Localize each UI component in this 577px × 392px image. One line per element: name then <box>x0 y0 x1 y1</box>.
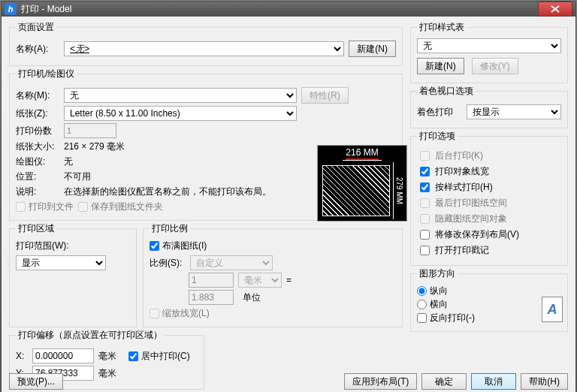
client-area: 页面设置 名称(A): <无> 新建(N) 打印机/绘图仪 名称(M): 无 <box>2 17 575 392</box>
pagesetup-name-label: 名称(A): <box>16 43 59 56</box>
scale-unit-select: 毫米 <box>238 273 282 288</box>
plotter-value: 无 <box>64 155 73 168</box>
desc-value: 在选择新的绘图仪配置名称之前，不能打印该布局。 <box>64 185 271 198</box>
preview-area: 279 MM <box>319 162 405 219</box>
scale-den-input <box>189 290 234 305</box>
style-table-group: 打印样式表 无 新建(N) 修改(Y) <box>410 21 568 83</box>
plotter-label: 绘图仪: <box>16 155 59 168</box>
print-area-group: 打印区域 打印范围(W): 显示 <box>9 222 137 327</box>
opt-stamp-checkbox[interactable]: 打开打印戳记 <box>417 243 561 258</box>
window-title: 打印 - Model <box>21 3 538 16</box>
pagesetup-new-button[interactable]: 新建(N) <box>349 41 396 57</box>
preview-redline <box>346 158 378 160</box>
paper-preview: 216 MM 279 MM <box>317 145 407 222</box>
offset-x-label: X: <box>16 351 28 361</box>
ok-button[interactable]: 确定 <box>421 373 467 390</box>
printer-name-label: 名称(M): <box>16 89 59 102</box>
style-table-select[interactable]: 无 <box>417 38 561 53</box>
equals-label: = <box>286 275 292 285</box>
center-print-checkbox[interactable]: 居中打印(C) <box>128 350 190 363</box>
paper-select[interactable]: Letter (8.50 x 11.00 Inches) <box>64 106 297 121</box>
location-value: 不可用 <box>64 170 91 183</box>
opt-lw-checkbox[interactable]: 打印对象线宽 <box>417 164 561 179</box>
print-scale-group: 打印比例 布满图纸(I) 比例(S): 自定义 毫米 = <box>143 222 403 327</box>
style-modify-button: 修改(Y) <box>472 58 518 74</box>
offset-x-unit: 毫米 <box>98 350 116 363</box>
close-button[interactable] <box>538 2 572 17</box>
apply-layout-button[interactable]: 应用到布局(T) <box>344 373 417 390</box>
paper-label: 纸张(Z): <box>16 107 59 120</box>
orientation-group: 图形方向 纵向 横向 反向打印(-) A <box>410 267 568 332</box>
print-options-legend: 打印选项 <box>417 130 458 143</box>
pagesetup-name-select[interactable]: <无> <box>64 41 344 56</box>
help-button[interactable]: 帮助(H) <box>521 373 568 390</box>
preview-height-label: 279 MM <box>393 162 405 219</box>
opt-save-layout-checkbox[interactable]: 将修改保存到布局(V) <box>417 228 561 242</box>
page-orientation-icon: A <box>542 297 563 322</box>
copies-label: 打印份数 <box>16 125 59 137</box>
shaded-group: 着色视口选项 着色打印 按显示 <box>410 85 568 128</box>
style-table-legend: 打印样式表 <box>417 21 467 34</box>
scale-num-input <box>189 273 234 288</box>
orient-landscape-radio[interactable]: 横向 <box>417 298 448 311</box>
cancel-button[interactable]: 取消 <box>471 373 516 390</box>
opt-style-checkbox[interactable]: 按样式打印(H) <box>417 180 561 194</box>
location-label: 位置: <box>16 170 59 183</box>
fit-paper-checkbox[interactable]: 布满图纸(I) <box>150 240 207 252</box>
printer-props-button: 特性(R) <box>301 87 349 104</box>
print-to-file-checkbox: 打印到文件 <box>16 201 74 213</box>
range-label: 打印范围(W): <box>16 240 130 252</box>
right-column: 打印样式表 无 新建(N) 修改(Y) 着色视口选项 着色打印 按显示 打印选项 <box>410 21 568 390</box>
preview-button[interactable]: 预览(P)... <box>9 373 63 390</box>
orientation-legend: 图形方向 <box>417 267 458 280</box>
style-new-button[interactable]: 新建(N) <box>417 58 464 74</box>
range-select[interactable]: 显示 <box>16 255 106 270</box>
opt-hide-checkbox: 隐藏图纸空间对象 <box>417 212 561 226</box>
print-scale-legend: 打印比例 <box>150 222 190 235</box>
orient-portrait-radio[interactable]: 纵向 <box>417 285 448 297</box>
titlebar: h 打印 - Model <box>2 2 575 17</box>
page-setup-legend: 页面设置 <box>16 21 56 34</box>
desc-label: 说明: <box>16 185 59 198</box>
close-icon <box>551 5 560 13</box>
papersize-value: 216 × 279 毫米 <box>64 140 125 153</box>
shaded-select[interactable]: 按显示 <box>467 104 561 119</box>
print-area-legend: 打印区域 <box>16 222 56 235</box>
save-to-sheet-checkbox: 保存到图纸文件夹 <box>78 201 163 213</box>
papersize-label: 纸张大小: <box>16 140 59 153</box>
ratio-select: 自定义 <box>190 255 273 270</box>
window-inner: h 打印 - Model 页面设置 名称(A): <无> 新建(N) <box>1 1 576 391</box>
preview-hatch <box>322 165 390 216</box>
opt-last-checkbox: 最后打印图纸空间 <box>417 196 561 210</box>
orient-reverse-checkbox[interactable]: 反向打印(-) <box>417 312 475 324</box>
preview-width-label: 216 MM <box>343 147 381 161</box>
page-setup-group: 页面设置 名称(A): <无> 新建(N) <box>9 21 403 66</box>
scale-den-unit: 单位 <box>238 291 282 304</box>
printer-name-select[interactable]: 无 <box>64 88 297 103</box>
ratio-label: 比例(S): <box>150 257 186 270</box>
printer-legend: 打印机/绘图仪 <box>16 68 77 80</box>
app-icon: h <box>5 3 17 15</box>
offset-legend: 打印偏移（原点设置在可打印区域） <box>16 329 165 342</box>
scale-lw-checkbox: 缩放线宽(L) <box>150 307 210 320</box>
dialog-footer: 预览(P)... 应用到布局(T) 确定 取消 帮助(H) <box>9 373 568 390</box>
opt-bg-checkbox: 后台打印(K) <box>417 149 561 163</box>
shaded-label: 着色打印 <box>417 106 462 119</box>
mid-row: 打印区域 打印范围(W): 显示 打印比例 布满图纸(I) 比例(S): 自定义 <box>9 222 403 327</box>
print-dialog: h 打印 - Model 页面设置 名称(A): <无> 新建(N) <box>0 0 577 392</box>
copies-input <box>64 123 116 138</box>
offset-x-input[interactable] <box>32 348 94 363</box>
print-options-group: 打印选项 后台打印(K) 打印对象线宽 按样式打印(H) 最后打印图纸空间 隐藏… <box>410 130 568 266</box>
shaded-legend: 着色视口选项 <box>417 85 476 98</box>
